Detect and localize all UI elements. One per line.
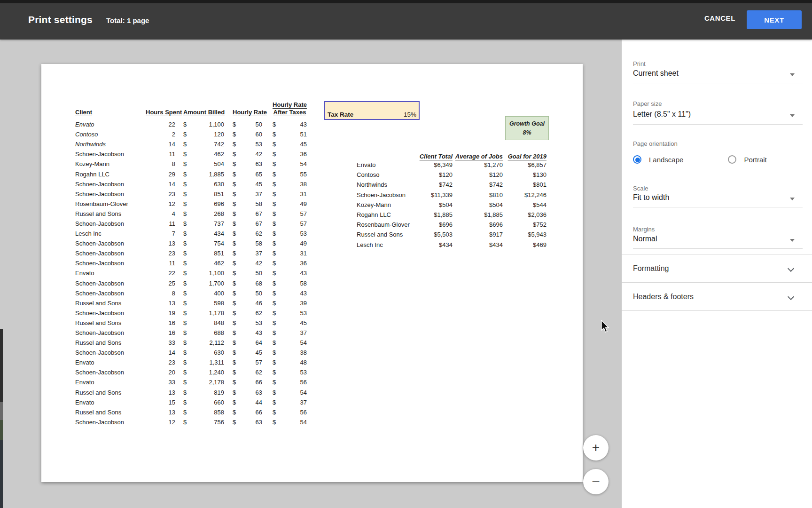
currency-symbol: $ — [233, 190, 236, 198]
page-count-status: Total: 1 page — [106, 16, 149, 24]
currency-symbol: $ — [273, 359, 276, 366]
tax-rate-label: Tax Rate — [328, 111, 353, 118]
col-header-amount: Amount Billed — [183, 109, 224, 116]
table-row: Schoen-Jacobson 23 $851 $37 $31 — [75, 248, 307, 258]
currency-symbol: $ — [273, 409, 276, 416]
mouse-cursor-icon — [601, 320, 612, 334]
table-row: Envato 33 $2,178 $66 $56 — [75, 377, 307, 387]
chevron-down-icon[interactable] — [788, 265, 794, 271]
currency-symbol: $ — [183, 319, 187, 326]
formatting-section-toggle[interactable]: Formatting — [633, 264, 669, 273]
currency-symbol: $ — [273, 379, 276, 386]
currency-symbol: $ — [273, 399, 276, 406]
currency-symbol: $ — [233, 369, 236, 376]
currency-symbol: $ — [183, 160, 187, 167]
currency-symbol: $ — [233, 339, 236, 346]
currency-symbol: $ — [233, 419, 236, 426]
orientation-radio-group: Landscape Portrait — [633, 155, 767, 164]
currency-symbol: $ — [233, 280, 236, 287]
table-row: Schoen-Jacobson 14 $630 $45 $38 — [75, 348, 307, 357]
currency-symbol: $ — [183, 250, 187, 257]
currency-symbol: $ — [233, 329, 236, 336]
table-row: Schoen-Jacobson 8 $400 $50 $43 — [75, 288, 307, 298]
growth-goal-label: Growth Goal — [509, 119, 545, 128]
margins-label: Margins — [633, 226, 655, 233]
table-row: Schoen-Jacobson 14 $630 $45 $38 — [75, 179, 307, 189]
currency-symbol: $ — [273, 339, 276, 346]
table-row: Envato 22 $1,100 $50 $43 — [75, 268, 307, 278]
background-app-sliver — [0, 440, 3, 508]
print-target-dropdown[interactable]: Current sheet — [633, 69, 679, 78]
currency-symbol: $ — [273, 181, 276, 188]
table-row: Envato 15 $660 $44 $37 — [75, 397, 307, 407]
cancel-button[interactable]: CANCEL — [704, 14, 735, 22]
currency-symbol: $ — [233, 220, 236, 227]
growth-goal-value: 8% — [523, 128, 531, 137]
col-header-after-taxes: Hourly Rate After Taxes — [273, 101, 307, 116]
paper-size-dropdown[interactable]: Letter (8.5" x 11") — [633, 110, 691, 119]
currency-symbol: $ — [233, 349, 236, 356]
portrait-radio[interactable] — [728, 155, 736, 164]
headers-footers-section-toggle[interactable]: Headers & footers — [633, 293, 694, 301]
dropdown-arrow-icon[interactable] — [790, 239, 795, 242]
table-row: Russel and Sons 13 $598 $46 $39 — [75, 298, 307, 308]
col-header-average-of-jobs: Average of Jobs — [453, 153, 503, 160]
margins-dropdown[interactable]: Normal — [633, 235, 657, 243]
currency-symbol: $ — [233, 181, 236, 188]
table-row: Lesch Inc $434 $434 $469 — [357, 240, 547, 250]
divider — [633, 207, 803, 207]
next-button[interactable]: NEXT — [747, 10, 802, 29]
print-label: Print — [633, 60, 646, 67]
currency-symbol: $ — [183, 310, 187, 317]
currency-symbol: $ — [233, 250, 236, 257]
currency-symbol: $ — [273, 389, 276, 396]
currency-symbol: $ — [273, 210, 276, 217]
col-header-client: Client — [75, 109, 146, 116]
page-title: Print settings — [28, 14, 93, 25]
table-row: Russel and Sons 13 $819 $63 $54 — [75, 388, 307, 397]
zoom-in-button[interactable]: + — [583, 435, 609, 460]
currency-symbol: $ — [233, 260, 236, 267]
landscape-radio-label[interactable]: Landscape — [649, 156, 683, 164]
section-divider — [622, 282, 812, 283]
currency-symbol: $ — [273, 369, 276, 376]
dropdown-arrow-icon[interactable] — [790, 73, 795, 76]
currency-symbol: $ — [183, 389, 187, 396]
currency-symbol: $ — [233, 310, 236, 317]
table-row: Schoen-Jacobson 11 $737 $67 $57 — [75, 219, 307, 229]
currency-symbol: $ — [273, 349, 276, 356]
currency-symbol: $ — [183, 339, 187, 346]
print-settings-header: Print settings Total: 1 page CANCEL NEXT — [0, 0, 812, 40]
chevron-down-icon[interactable] — [788, 294, 794, 299]
currency-symbol: $ — [183, 280, 187, 287]
page-orientation-label: Page orientation — [633, 140, 678, 147]
currency-symbol: $ — [273, 319, 276, 326]
currency-symbol: $ — [273, 131, 276, 138]
landscape-radio[interactable] — [633, 155, 641, 164]
table-row: Northwinds 14 $742 $53 $45 — [75, 139, 307, 149]
dropdown-arrow-icon[interactable] — [790, 114, 795, 117]
table-row: Russel and Sons 4 $268 $67 $57 — [75, 209, 307, 219]
currency-symbol: $ — [233, 359, 236, 366]
dropdown-arrow-icon[interactable] — [790, 198, 795, 200]
currency-symbol: $ — [273, 270, 276, 277]
zoom-out-button[interactable]: − — [583, 469, 609, 494]
table-row: Schoen-Jacobson 19 $1,178 $62 $53 — [75, 308, 307, 318]
table-row: Schoen-Jacobson 13 $754 $58 $49 — [75, 238, 307, 248]
currency-symbol: $ — [233, 151, 236, 158]
currency-symbol: $ — [273, 300, 276, 307]
currency-symbol: $ — [183, 329, 187, 336]
currency-symbol: $ — [273, 329, 276, 336]
table-row: Russel and Sons 33 $2,112 $64 $54 — [75, 338, 307, 348]
background-app-sliver — [0, 402, 3, 420]
billing-table-body: Envato 22 $1,100 $50 $43 Contoso 2 — [75, 119, 307, 427]
currency-symbol: $ — [273, 160, 276, 167]
table-row: Kozey-Mann $504 $504 $544 — [357, 200, 547, 210]
table-row: Schoen-Jacobson $11,339 $810 $12,246 — [357, 190, 547, 200]
print-preview-page: Client Hours Spent Amount Billed Hourly … — [41, 64, 583, 482]
portrait-radio-label[interactable]: Portrait — [744, 156, 766, 164]
scale-dropdown[interactable]: Fit to width — [633, 193, 669, 202]
window-top-edge — [0, 0, 812, 3]
currency-symbol: $ — [183, 399, 187, 406]
table-row: Russel and Sons 16 $848 $53 $45 — [75, 318, 307, 328]
